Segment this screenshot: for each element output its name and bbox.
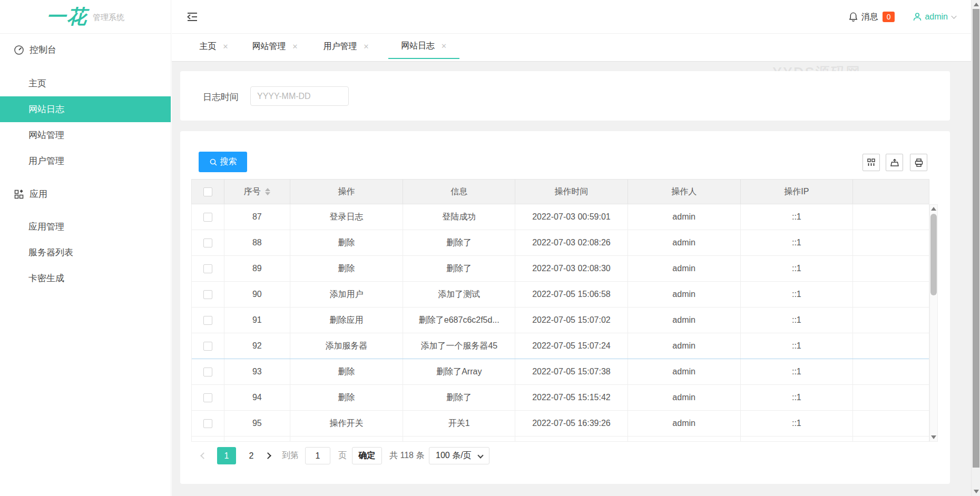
sidebar-item-应用管理[interactable]: 应用管理	[0, 214, 171, 240]
select-all-checkbox[interactable]	[203, 187, 212, 196]
row-checkbox[interactable]	[203, 342, 212, 351]
header-right: 消息 0 admin	[848, 0, 956, 34]
tab-label: 用户管理	[324, 41, 357, 52]
next-page-button[interactable]	[263, 447, 272, 464]
cell-time: 2022-07-03 00:59:01	[515, 204, 628, 230]
top-header: 消息 0 admin	[172, 0, 971, 34]
column-header-label: 序号	[244, 186, 261, 197]
cell-info: 删除了Array	[403, 359, 515, 384]
cell-time: 2022-07-05 15:07:38	[515, 359, 628, 384]
table-body: 87登录日志登陆成功2022-07-03 00:59:01admin::188删…	[191, 204, 929, 442]
tab-网站管理[interactable]: 网站管理✕	[246, 34, 305, 59]
sidebar-item-卡密生成[interactable]: 卡密生成	[0, 265, 171, 291]
cell-action: 添加服务器	[290, 333, 404, 359]
page-size-value: 100 条/页	[436, 450, 472, 461]
user-menu[interactable]: admin	[913, 12, 956, 22]
log-time-label: 日志时间	[203, 91, 239, 103]
table-row: 88删除删除了2022-07-03 02:08:26admin::1	[192, 230, 929, 256]
cell-id: 91	[224, 307, 290, 333]
tab-close-icon[interactable]: ✕	[223, 43, 229, 51]
row-checkbox[interactable]	[203, 419, 212, 428]
cell-id: 88	[224, 230, 290, 255]
cell-ip: ::1	[741, 256, 854, 281]
tab-主页[interactable]: 主页✕	[190, 34, 238, 59]
sidebar-group-label: 控制台	[30, 44, 56, 56]
bell-icon	[848, 12, 858, 22]
tab-网站日志[interactable]: 网站日志✕	[388, 34, 459, 59]
filter-panel: 日志时间	[180, 71, 950, 121]
log-date-input[interactable]	[250, 86, 349, 106]
log-table: 序号操作信息操作时间操作人操作IP 87登录日志登陆成功2022-07-03 0…	[191, 179, 929, 442]
cell-user: admin	[628, 204, 741, 230]
total-count-label: 共 118 条	[389, 447, 424, 464]
sort-icon[interactable]	[265, 188, 270, 195]
goto-page-input[interactable]	[305, 447, 330, 464]
column-header-操作[interactable]: 操作	[290, 180, 404, 204]
cell-empty	[853, 333, 929, 359]
search-button[interactable]: 搜索	[199, 152, 247, 172]
sidebar-item-用户管理[interactable]: 用户管理	[0, 148, 171, 174]
column-header-信息[interactable]: 信息	[403, 180, 515, 204]
column-header-label: 操作时间	[554, 186, 588, 197]
page-scrollbar-thumb	[973, 9, 979, 468]
page-scrollbar[interactable]	[971, 0, 980, 496]
username: admin	[925, 12, 948, 22]
cell-id: 95	[224, 411, 290, 436]
cell-action: 删除	[290, 230, 404, 255]
messages-button[interactable]: 消息 0	[848, 12, 895, 23]
page-button-1[interactable]: 1	[217, 447, 236, 464]
column-header-操作时间[interactable]: 操作时间	[515, 180, 628, 204]
search-icon	[209, 158, 218, 166]
sidebar-item-服务器列表[interactable]: 服务器列表	[0, 240, 171, 265]
page-button-2[interactable]: 2	[243, 447, 259, 464]
tab-close-icon[interactable]: ✕	[292, 43, 298, 51]
print-icon	[914, 158, 924, 167]
columns-filter-button[interactable]	[863, 154, 880, 171]
sidebar-fold-icon[interactable]	[185, 10, 199, 24]
cell-time: 2022-07-05 15:15:42	[515, 385, 628, 410]
cell-id: 92	[224, 333, 290, 359]
sidebar-group-应用[interactable]: 应用	[0, 181, 171, 207]
prev-page-button[interactable]	[199, 447, 208, 464]
app-root: 一花 管理系统 控制台主页网站日志网站管理用户管理应用应用管理服务器列表卡密生成…	[0, 0, 980, 496]
row-checkbox[interactable]	[203, 290, 212, 299]
cell-info: 删除了	[403, 256, 515, 281]
sidebar-group-控制台[interactable]: 控制台	[0, 37, 171, 63]
cell-ip: ::1	[741, 333, 854, 359]
row-checkbox-cell	[192, 307, 224, 333]
table-scrollbar[interactable]	[929, 204, 938, 442]
header-checkbox-cell	[192, 180, 224, 204]
cell-action: 操作开关	[290, 411, 404, 436]
table-row: 91删除应用删除了e687c6c2f5d...2022-07-05 15:07:…	[192, 307, 929, 333]
cell-id: 94	[224, 385, 290, 410]
column-header-操作IP[interactable]: 操作IP	[741, 180, 854, 204]
tab-label: 网站管理	[252, 41, 286, 52]
sidebar-item-网站管理[interactable]: 网站管理	[0, 122, 171, 148]
page-size-select[interactable]: 100 条/页	[429, 447, 489, 464]
column-header-序号[interactable]: 序号	[224, 180, 290, 204]
print-button[interactable]	[910, 154, 927, 171]
table-row: 93删除删除了Array2022-07-05 15:07:38admin::1	[192, 359, 929, 385]
row-checkbox[interactable]	[203, 393, 212, 402]
table-row: 89删除删除了2022-07-03 02:08:30admin::1	[192, 256, 929, 282]
row-checkbox-cell	[192, 359, 224, 384]
row-checkbox[interactable]	[203, 239, 212, 247]
cell-ip: ::1	[741, 385, 854, 410]
column-header-操作人[interactable]: 操作人	[628, 180, 741, 204]
export-button[interactable]	[886, 154, 903, 171]
confirm-button[interactable]: 确定	[352, 447, 382, 464]
row-checkbox[interactable]	[203, 264, 212, 273]
tab-close-icon[interactable]: ✕	[364, 43, 369, 51]
cell-empty	[515, 437, 628, 441]
cell-info: 登陆成功	[403, 204, 515, 230]
row-checkbox[interactable]	[203, 368, 212, 376]
cell-empty	[741, 437, 854, 441]
sidebar-item-主页[interactable]: 主页	[0, 71, 171, 96]
row-checkbox[interactable]	[203, 213, 212, 222]
tab-close-icon[interactable]: ✕	[441, 42, 447, 50]
cell-action: 添加用户	[290, 282, 404, 307]
row-checkbox[interactable]	[203, 316, 212, 325]
tab-用户管理[interactable]: 用户管理✕	[317, 34, 376, 59]
sidebar-item-网站日志[interactable]: 网站日志	[0, 96, 171, 122]
tab-label: 主页	[200, 41, 217, 52]
